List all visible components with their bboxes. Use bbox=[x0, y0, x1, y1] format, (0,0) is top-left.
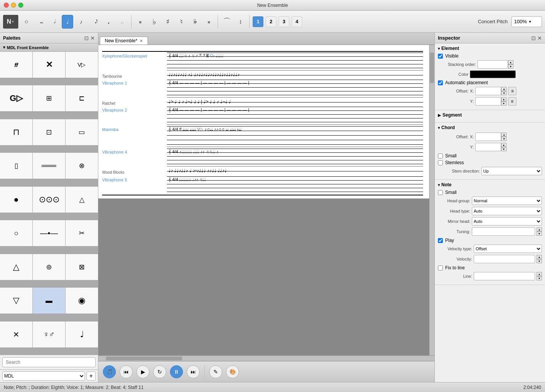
add-palette-button[interactable]: + bbox=[87, 371, 96, 381]
acc-dblflat-button[interactable]: 𝄫 bbox=[189, 15, 201, 29]
acc-natural-button[interactable]: ♮ bbox=[176, 15, 187, 29]
edit-mode-button[interactable]: ✎ bbox=[209, 365, 222, 378]
stacking-stepper-down[interactable]: ▼ bbox=[508, 64, 513, 69]
chord-x-stepper-down[interactable]: ▼ bbox=[501, 137, 507, 141]
fastforward-button[interactable]: ⏭ bbox=[187, 365, 200, 378]
velocity-input[interactable]: 0 bbox=[474, 255, 535, 263]
color-swatch[interactable] bbox=[470, 70, 516, 78]
palette-cell-7[interactable]: ⊡ bbox=[33, 119, 65, 145]
voice-1-button[interactable]: 1 bbox=[253, 16, 263, 27]
palette-cell-18[interactable]: △ bbox=[0, 254, 32, 280]
slur-button[interactable]: ⌒ bbox=[221, 15, 232, 29]
offset-x-stepper-up[interactable]: ▲ bbox=[501, 87, 507, 91]
chord-x-input[interactable]: 0.00sp bbox=[475, 133, 501, 141]
offset-y-stepper-down[interactable]: ▼ bbox=[501, 101, 507, 106]
dur-long-button[interactable]: 𝅜 bbox=[34, 15, 46, 29]
instrument-label-woodblocks[interactable]: Wood Blocks bbox=[102, 170, 124, 174]
close-button[interactable] bbox=[4, 3, 9, 8]
stop-button[interactable]: ⏸ bbox=[170, 365, 183, 378]
instrument-label-vib1[interactable]: Vibraphone 1 bbox=[102, 81, 127, 85]
palette-cell-9[interactable]: ▯ bbox=[0, 153, 32, 179]
mirror-head-select[interactable]: Auto bbox=[472, 217, 542, 226]
inspector-undock-button[interactable]: ⊡ bbox=[531, 35, 536, 41]
instrument-label-vib5[interactable]: Vibraphone 5 bbox=[102, 178, 127, 182]
palette-cell-24[interactable]: ✕ bbox=[0, 322, 32, 347]
palette-cell-13[interactable]: ⊙⊙⊙ bbox=[33, 187, 65, 213]
palette-cell-6[interactable]: ⊓ bbox=[0, 119, 32, 145]
auto-placement-checkbox[interactable] bbox=[438, 80, 443, 85]
instrument-label-ratchet[interactable]: Ratchet bbox=[102, 101, 115, 106]
tuning-stepper-up[interactable]: ▲ bbox=[537, 227, 542, 232]
minimize-button[interactable] bbox=[11, 3, 16, 8]
head-group-select[interactable]: Normal bbox=[472, 197, 542, 205]
instrument-label-tambourine[interactable]: Tambourine bbox=[102, 74, 122, 78]
chord-x-stepper-up[interactable]: ▲ bbox=[501, 133, 507, 137]
maximize-button[interactable] bbox=[18, 3, 23, 8]
palette-cell-17[interactable]: ✂ bbox=[66, 220, 98, 246]
palette-cell-1[interactable]: ✕ bbox=[33, 52, 65, 78]
tuning-input[interactable]: 0.00 bbox=[472, 227, 535, 236]
velocity-stepper-up[interactable]: ▲ bbox=[537, 255, 542, 259]
dur-eighth-button[interactable]: ♪ bbox=[75, 15, 87, 29]
dur-quarter-button[interactable]: ♩ bbox=[62, 15, 73, 29]
chord-small-checkbox[interactable] bbox=[438, 154, 443, 158]
offset-x-stepper-down[interactable]: ▼ bbox=[501, 91, 507, 95]
voice-2-button[interactable]: 2 bbox=[266, 16, 276, 27]
palette-set-selector[interactable]: MDL bbox=[2, 371, 85, 381]
note-section-header[interactable]: ▾ Note bbox=[438, 182, 542, 187]
zoom-selector[interactable]: 100% ▼ bbox=[511, 16, 542, 27]
rewind-button[interactable]: ⏮ bbox=[120, 365, 133, 378]
palettes-close-button[interactable]: ✕ bbox=[90, 35, 95, 41]
dur-dotdot-button[interactable]: .. bbox=[117, 15, 128, 29]
note-small-checkbox[interactable] bbox=[438, 190, 443, 195]
acc-sharp-button[interactable]: ♯ bbox=[162, 15, 173, 29]
fix-to-line-checkbox[interactable] bbox=[438, 266, 443, 270]
palettes-undock-button[interactable]: ⊡ bbox=[84, 35, 89, 41]
chord-y-stepper-down[interactable]: ▼ bbox=[501, 147, 507, 151]
velocity-type-select[interactable]: Offset bbox=[474, 245, 542, 253]
palette-cell-23[interactable]: ◉ bbox=[66, 288, 98, 314]
stacking-stepper-up[interactable]: ▲ bbox=[508, 60, 513, 64]
palette-cell-19[interactable]: ⊚ bbox=[33, 254, 65, 280]
palette-cell-3[interactable]: G▷ bbox=[0, 85, 32, 111]
voice-4-button[interactable]: 4 bbox=[292, 16, 302, 27]
velocity-stepper-down[interactable]: ▼ bbox=[537, 259, 542, 263]
metronome-button[interactable]: 🎵 bbox=[103, 365, 116, 378]
segment-section-header[interactable]: ▶ Segment bbox=[438, 112, 542, 118]
score-main-content[interactable]: Xylophone/Glockenspiel bbox=[98, 45, 429, 355]
line-stepper-down[interactable]: ▼ bbox=[537, 276, 542, 280]
dur-16th-button[interactable]: 𝅘𝅥𝅯 bbox=[89, 15, 101, 29]
offset-x-input[interactable]: 0.00sp bbox=[475, 87, 501, 95]
acc-natural-sharp-button[interactable]: 𝄪 bbox=[135, 15, 146, 29]
chord-y-input[interactable]: 0.00sp bbox=[475, 143, 501, 151]
palette-cell-12[interactable]: ● bbox=[0, 187, 32, 213]
chord-section-header[interactable]: ▾ Chord bbox=[438, 125, 542, 130]
chord-y-stepper-up[interactable]: ▲ bbox=[501, 143, 507, 147]
palette-cell-11[interactable]: ⊗ bbox=[66, 153, 98, 179]
visible-checkbox[interactable] bbox=[438, 54, 443, 59]
rest-button[interactable]: ○ bbox=[21, 15, 32, 29]
palette-cell-2[interactable]: V▷ bbox=[66, 52, 98, 78]
palette-cell-15[interactable]: ○ bbox=[0, 220, 32, 246]
palette-cell-16[interactable]: —•— bbox=[33, 220, 65, 246]
stacking-order-input[interactable]: 1900 bbox=[478, 60, 508, 69]
dur-half-button[interactable]: 𝅗𝅥 bbox=[48, 15, 59, 29]
flip-button[interactable]: ↕ bbox=[235, 15, 246, 29]
head-type-select[interactable]: Auto bbox=[472, 207, 542, 215]
tab-close-icon[interactable]: ✕ bbox=[139, 38, 143, 43]
palette-cell-10[interactable]: ═══ bbox=[33, 153, 65, 179]
instrument-label-xylophone[interactable]: Xylophone/Glockenspiel bbox=[102, 54, 147, 58]
voice-3-button[interactable]: 3 bbox=[279, 16, 289, 27]
palette-group-header[interactable]: ▾ MDL Front Ensemble bbox=[0, 43, 98, 52]
line-input[interactable]: 0 bbox=[474, 272, 535, 280]
score-horizontal-scrollbar[interactable] bbox=[98, 355, 434, 361]
search-input[interactable] bbox=[2, 357, 96, 367]
tuning-stepper-down[interactable]: ▼ bbox=[537, 232, 542, 236]
play-button[interactable]: ▶ bbox=[136, 365, 149, 378]
stem-direction-select[interactable]: Up bbox=[481, 167, 542, 175]
palette-cell-21[interactable]: ▽ bbox=[0, 288, 32, 314]
loop-button[interactable]: ↻ bbox=[153, 365, 166, 378]
acc-dblsharp-button[interactable]: 𝄪 bbox=[203, 15, 215, 29]
palette-cell-4[interactable]: ⊞ bbox=[33, 85, 65, 111]
play-checkbox[interactable] bbox=[438, 238, 443, 243]
